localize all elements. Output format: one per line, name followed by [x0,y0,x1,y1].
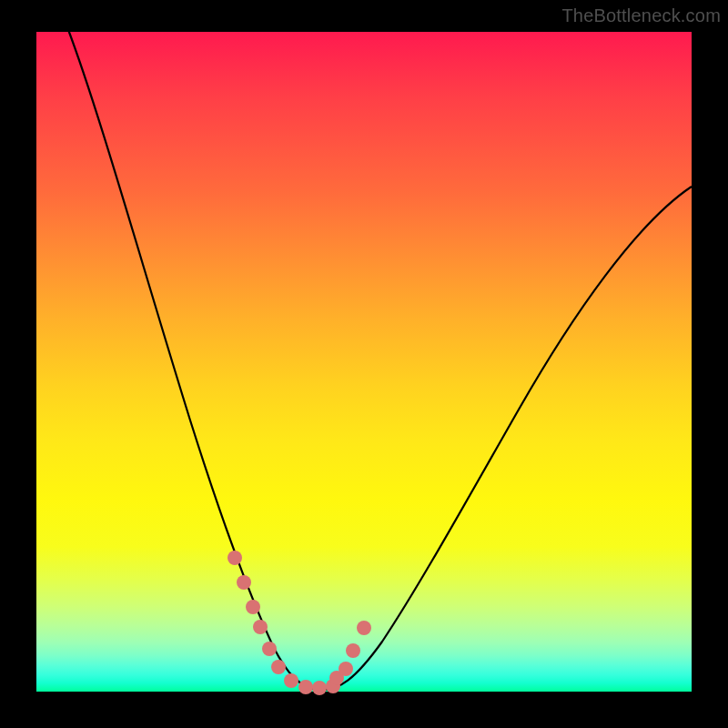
svg-point-8 [312,681,327,695]
chart-frame: TheBottleneck.com [0,0,728,728]
svg-point-3 [253,620,268,634]
svg-point-6 [284,673,298,688]
svg-point-11 [339,662,353,676]
svg-point-4 [262,642,277,656]
svg-point-2 [246,600,260,614]
svg-point-1 [237,575,251,590]
watermark-text: TheBottleneck.com [561,5,721,26]
svg-point-13 [357,621,371,635]
svg-point-0 [228,551,242,565]
highlight-markers [228,551,371,695]
svg-point-12 [346,643,360,658]
svg-point-7 [298,680,313,694]
plot-area [36,32,692,692]
svg-point-5 [271,660,286,674]
bottleneck-curve [67,27,692,690]
chart-svg [36,32,692,692]
